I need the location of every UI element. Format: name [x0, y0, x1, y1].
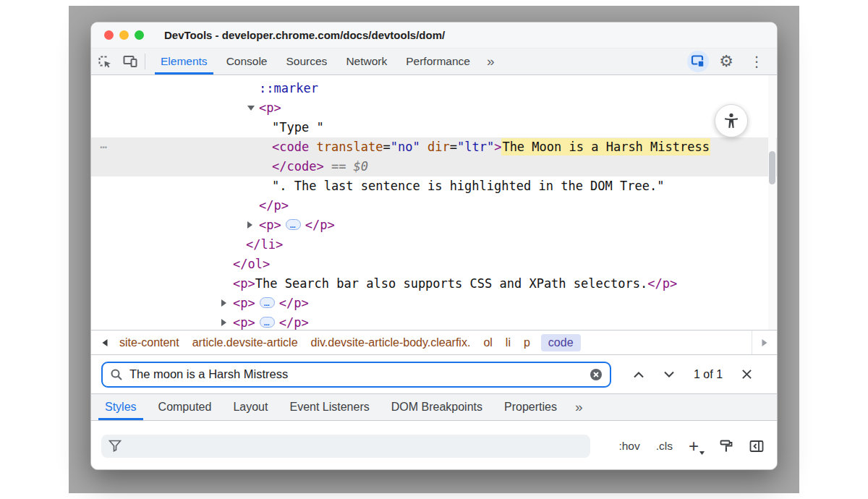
breadcrumb-item-p[interactable]: p [524, 336, 530, 349]
dom-tree-line[interactable]: <p>…</p> [91, 313, 777, 330]
dom-tree-line[interactable]: "Type " [91, 118, 777, 137]
previous-match-button[interactable] [633, 371, 644, 378]
dom-tree-panel: ::marker<p>"Type "⋯<code translate="no" … [91, 75, 777, 330]
tab-elements[interactable]: Elements [151, 48, 217, 74]
code-segment: </p> [305, 218, 335, 232]
dom-tree-line[interactable]: </p> [91, 196, 777, 216]
accessibility-overlay-button[interactable] [715, 104, 748, 137]
breadcrumb-scroll-right-button[interactable] [752, 330, 777, 354]
inline-expand-button[interactable]: … [286, 219, 301, 230]
chevron-right-icon [761, 338, 768, 347]
code-segment: = [383, 140, 391, 154]
traffic-lights [104, 30, 144, 40]
dom-tree-line[interactable]: </ol> [91, 255, 777, 274]
vertical-scrollbar-thumb[interactable] [769, 151, 775, 184]
tab-performance[interactable]: Performance [396, 48, 480, 74]
search-field[interactable] [101, 362, 611, 388]
kebab-menu-icon[interactable]: ⋮ [744, 53, 770, 70]
styles-panel-tabs: StylesComputedLayoutEvent ListenersDOM B… [91, 394, 777, 421]
code-segment: <code [272, 140, 309, 154]
disclosure-triangle-icon[interactable] [221, 299, 226, 307]
dom-tree-line[interactable]: ". The last sentence is highlighted in t… [91, 176, 777, 196]
search-controls: 1 of 1 [633, 368, 752, 381]
chevron-down-icon [663, 371, 675, 378]
breadcrumb-list: site-contentarticle.devsite-articlediv.d… [113, 334, 585, 351]
tab-sources[interactable]: Sources [277, 48, 337, 74]
chevron-left-icon [101, 338, 109, 347]
filter-funnel-icon [109, 440, 122, 452]
dom-tree-line[interactable]: <p>The Search bar also supports CSS and … [91, 274, 777, 294]
code-segment: "ltr" [457, 140, 494, 154]
dom-tree-line[interactable]: </li> [91, 235, 777, 255]
breadcrumb-item-article-devsite-article[interactable]: article.devsite-article [192, 336, 298, 349]
styles-filter-bar: :hov .cls + [91, 421, 777, 470]
paint-roller-icon[interactable] [719, 439, 733, 453]
row-actions-icon[interactable]: ⋯ [100, 137, 108, 157]
caret-down-icon [699, 451, 705, 455]
main-toolbar-tabs: ElementsConsoleSourcesNetworkPerformance [151, 48, 480, 74]
dom-tree-line[interactable]: <p>…</p> [91, 216, 777, 235]
code-segment: == $0 [324, 159, 368, 174]
code-segment: <p> [233, 315, 255, 330]
settings-gear-icon[interactable]: ⚙ [713, 52, 739, 71]
plus-icon: + [689, 436, 699, 456]
tab-console[interactable]: Console [217, 48, 277, 74]
toggle-element-state-button[interactable]: :hov [618, 440, 639, 453]
devtools-window: DevTools - developer.chrome.com/docs/dev… [90, 22, 778, 470]
tab-layout[interactable]: Layout [222, 394, 278, 420]
breadcrumb: site-contentarticle.devsite-articlediv.d… [91, 330, 777, 355]
breadcrumb-item-ol[interactable]: ol [483, 336, 492, 349]
next-match-button[interactable] [663, 371, 675, 378]
toggle-element-classes-button[interactable]: .cls [656, 440, 673, 453]
breadcrumb-item-site-content[interactable]: site-content [119, 336, 179, 349]
close-search-button[interactable] [741, 369, 752, 380]
code-segment: ::marker [259, 81, 318, 95]
inline-expand-button[interactable]: … [260, 317, 275, 328]
tab-event-listeners[interactable]: Event Listeners [278, 394, 380, 420]
search-icon [110, 368, 123, 381]
tab-network[interactable]: Network [336, 48, 396, 74]
new-style-rule-button[interactable]: + [689, 440, 703, 453]
more-sidebar-tabs-button[interactable]: » [568, 394, 590, 420]
dom-search-bar: 1 of 1 [91, 355, 777, 394]
window-titlebar: DevTools - developer.chrome.com/docs/dev… [91, 22, 777, 48]
close-window-button[interactable] [104, 30, 114, 40]
code-segment: = [450, 140, 457, 154]
code-segment: > [494, 140, 501, 154]
code-segment: The Search bar also supports CSS and XPa… [255, 276, 647, 291]
breadcrumb-item-li[interactable]: li [506, 336, 511, 349]
device-emulation-icon[interactable] [687, 51, 709, 72]
code-segment: ". The last sentence is highlighted in t… [272, 179, 664, 193]
code-segment: translate [309, 140, 383, 154]
vertical-scrollbar[interactable] [768, 75, 776, 330]
tab-styles[interactable]: Styles [94, 394, 148, 420]
zoom-window-button[interactable] [135, 30, 144, 40]
dom-tree-line[interactable]: <p>…</p> [91, 294, 777, 313]
code-segment: </p> [279, 296, 309, 310]
tab-properties[interactable]: Properties [493, 394, 568, 420]
disclosure-triangle-icon[interactable] [247, 106, 255, 111]
style-filter-field[interactable] [101, 435, 590, 458]
search-input[interactable] [129, 367, 583, 381]
disclosure-triangle-icon[interactable] [247, 221, 252, 229]
breadcrumb-item-div-devsite-article-body-clearfix[interactable]: div.devsite-article-body.clearfix. [311, 336, 471, 349]
more-tabs-button[interactable]: » [480, 48, 502, 74]
minimize-window-button[interactable] [119, 30, 129, 40]
device-toolbar-icon[interactable] [117, 48, 143, 74]
dom-tree-line[interactable]: <p> [91, 98, 777, 118]
dom-tree-line[interactable]: </code> == $0 [91, 157, 777, 176]
tab-dom-breakpoints[interactable]: DOM Breakpoints [380, 394, 493, 420]
breadcrumb-item-code[interactable]: code [541, 334, 581, 351]
accessibility-person-icon [722, 111, 741, 130]
code-segment: </ol> [233, 257, 270, 271]
tab-computed[interactable]: Computed [148, 394, 223, 420]
inspect-element-icon[interactable] [91, 48, 117, 74]
toggle-sidebar-icon[interactable] [749, 440, 764, 453]
dom-tree-line[interactable]: ::marker [91, 79, 777, 98]
inline-expand-button[interactable]: … [260, 297, 275, 308]
disclosure-triangle-icon[interactable] [221, 319, 226, 326]
dom-tree-line[interactable]: ⋯<code translate="no" dir="ltr">The Moon… [91, 137, 777, 157]
code-segment: </p> [279, 315, 309, 330]
clear-search-icon[interactable] [590, 368, 603, 381]
breadcrumb-scroll-left-button[interactable] [97, 338, 113, 347]
